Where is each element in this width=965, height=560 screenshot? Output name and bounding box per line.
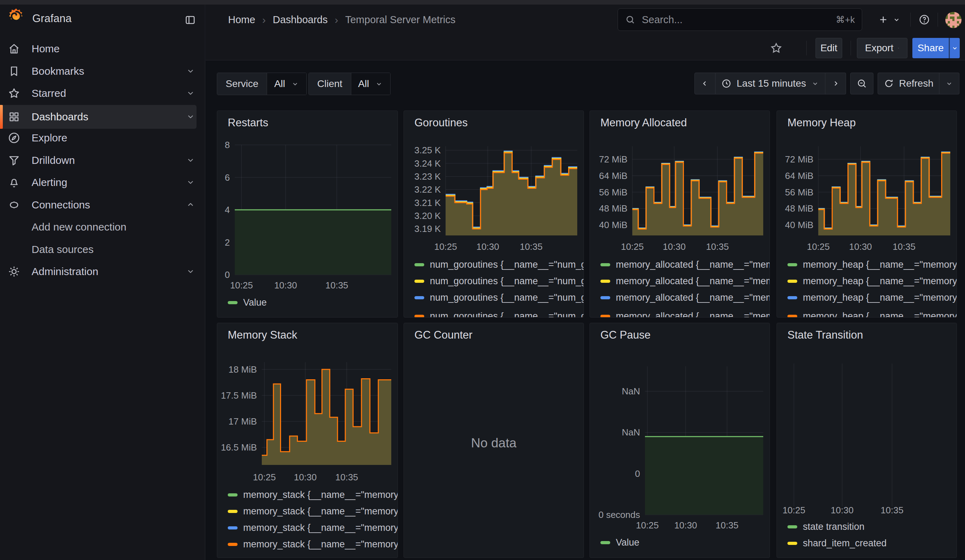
- y-axis-tick: 3.22 K: [404, 184, 441, 194]
- time-range-picker[interactable]: Last 15 minutes: [715, 73, 825, 95]
- legend-item[interactable]: memory_stack {__name__="memory_s: [228, 539, 398, 550]
- help-icon[interactable]: [914, 10, 934, 29]
- sidebar-item-bookmarks[interactable]: Bookmarks: [0, 60, 196, 82]
- service-filter[interactable]: Service All: [217, 73, 307, 95]
- legend-series-label: Value: [616, 537, 640, 548]
- panel-memory-heap: Memory Heap72 MiB64 MiB56 MiB48 MiB40 Mi…: [777, 111, 957, 318]
- chevron-down-icon[interactable]: [185, 111, 196, 122]
- refresh-button[interactable]: Refresh: [878, 73, 939, 95]
- time-shift-back-button[interactable]: [694, 73, 715, 95]
- y-axis-tick: 48 MiB: [777, 204, 813, 213]
- legend-item[interactable]: memory_allocated {__name__="memo: [600, 259, 770, 270]
- search-input[interactable]: [641, 14, 830, 26]
- chevron-down-icon[interactable]: [185, 177, 196, 188]
- panel-title-gc-counter[interactable]: GC Counter: [414, 329, 472, 341]
- x-axis-tick: 10:35: [866, 505, 918, 516]
- legend-item[interactable]: Value: [600, 537, 640, 548]
- avatar[interactable]: [945, 12, 962, 28]
- share-options-button[interactable]: [949, 38, 960, 58]
- client-filter-value: All: [358, 78, 369, 90]
- refresh-label: Refresh: [899, 78, 934, 89]
- x-axis-tick: 10:30: [259, 280, 312, 291]
- sidebar-item-label: Dashboards: [31, 111, 88, 123]
- x-axis-tick: 10:35: [505, 242, 558, 252]
- add-button[interactable]: [871, 10, 908, 29]
- legend-series-label: num_goroutines {__name__="num_go: [430, 259, 584, 270]
- legend-series-color: [228, 493, 237, 496]
- y-axis-tick: NaN: [589, 427, 640, 437]
- sidebar-item-add-new-connection[interactable]: Add new connection: [0, 216, 196, 238]
- search-box[interactable]: ⌘+k: [618, 8, 862, 31]
- refresh-interval-button[interactable]: [939, 73, 959, 95]
- sidebar-item-dashboards[interactable]: Dashboards: [0, 105, 196, 129]
- chevron-down-icon[interactable]: [185, 266, 196, 277]
- y-axis-tick: 4: [217, 205, 230, 215]
- legend-item[interactable]: memory_allocated {__name__="memo: [600, 311, 770, 318]
- share-button[interactable]: Share: [913, 38, 949, 58]
- legend-series-label: memory_allocated {__name__="memo: [616, 311, 770, 318]
- chevron-down-icon: [375, 80, 383, 88]
- sidebar-item-alerting[interactable]: Alerting: [0, 171, 196, 193]
- chevron-up-icon[interactable]: [185, 199, 196, 211]
- legend-series-label: memory_allocated {__name__="memo: [616, 259, 770, 270]
- legend-item[interactable]: memory_heap {__name__="memory_h: [787, 292, 957, 303]
- export-button[interactable]: Export: [857, 38, 908, 58]
- window-top-strip: [0, 0, 965, 5]
- bell-icon: [8, 176, 20, 189]
- chevron-down-icon[interactable]: [185, 65, 196, 77]
- sidebar-item-administration[interactable]: Administration: [0, 261, 196, 282]
- legend-item[interactable]: memory_heap {__name__="memory_h: [787, 259, 957, 270]
- legend-series-color: [228, 526, 237, 529]
- legend-series-label: memory_stack {__name__="memory_s: [243, 490, 398, 500]
- time-shift-forward-button[interactable]: [825, 73, 846, 95]
- breadcrumb: Home › Dashboards › Temporal Server Metr…: [228, 5, 455, 35]
- client-filter[interactable]: Client All: [308, 73, 391, 95]
- legend-item[interactable]: Value: [228, 297, 267, 308]
- legend-item[interactable]: shard_item_created: [787, 538, 887, 549]
- zoom-out-icon: [856, 78, 867, 89]
- dock-sidebar-icon[interactable]: [181, 11, 199, 29]
- bookmark-icon: [8, 65, 20, 78]
- chevron-down-icon[interactable]: [185, 88, 196, 99]
- legend-item[interactable]: state transition: [787, 521, 865, 532]
- breadcrumb-dashboards[interactable]: Dashboards: [273, 14, 327, 26]
- grafana-logo-icon[interactable]: [8, 8, 25, 26]
- legend-item[interactable]: num_goroutines {__name__="num_go: [414, 292, 584, 303]
- legend-item[interactable]: memory_heap {__name__="memory_h: [787, 276, 957, 286]
- legend-item[interactable]: num_goroutines {__name__="num_go: [414, 276, 584, 286]
- breadcrumb-separator-icon: ›: [262, 14, 266, 26]
- y-axis-tick: 48 MiB: [589, 204, 627, 213]
- sidebar-item-data-sources[interactable]: Data sources: [0, 238, 196, 260]
- legend-item[interactable]: memory_allocated {__name__="memo: [600, 276, 770, 286]
- edit-button[interactable]: Edit: [816, 38, 842, 58]
- sidebar: Grafana HomeBookmarksStarredDashboardsEx…: [0, 5, 205, 560]
- zoom-out-button[interactable]: [850, 73, 873, 95]
- legend-item[interactable]: memory_heap {__name__="memory_h: [787, 311, 957, 318]
- legend-item[interactable]: memory_stack {__name__="memory_s: [228, 522, 398, 533]
- sidebar-item-label: Connections: [31, 199, 90, 211]
- legend-item[interactable]: num_goroutines {__name__="num_go: [414, 311, 584, 318]
- chevron-down-icon[interactable]: [185, 155, 196, 166]
- active-indicator: [0, 105, 3, 129]
- panel-restarts: Restarts8642010:2510:3010:35Value: [217, 111, 398, 318]
- legend-series-label: memory_heap {__name__="memory_h: [803, 292, 957, 303]
- breadcrumb-home[interactable]: Home: [228, 14, 255, 26]
- y-axis-tick: 56 MiB: [777, 188, 813, 197]
- sidebar-item-explore[interactable]: Explore: [0, 127, 196, 149]
- legend-item[interactable]: memory_allocated {__name__="memo: [600, 292, 770, 303]
- chevron-down-icon: [945, 79, 954, 88]
- legend-item[interactable]: memory_stack {__name__="memory_s: [228, 506, 398, 516]
- legend-item[interactable]: num_goroutines {__name__="num_go: [414, 259, 584, 270]
- sidebar-item-label: Drilldown: [31, 154, 75, 166]
- sidebar-item-home[interactable]: Home: [0, 38, 196, 60]
- sidebar-item-connections[interactable]: Connections: [0, 194, 196, 216]
- legend-series-color: [600, 263, 610, 266]
- sidebar-item-drilldown[interactable]: Drilldown: [0, 149, 196, 171]
- x-axis-tick: 10:35: [878, 242, 930, 252]
- y-axis-tick: 3.20 K: [404, 211, 441, 221]
- sidebar-item-starred[interactable]: Starred: [0, 82, 196, 104]
- legend-series-label: memory_allocated {__name__="memo: [616, 276, 770, 287]
- favorite-star-icon[interactable]: [766, 38, 787, 58]
- sidebar-item-label: Data sources: [31, 243, 94, 255]
- legend-item[interactable]: memory_stack {__name__="memory_s: [228, 490, 398, 500]
